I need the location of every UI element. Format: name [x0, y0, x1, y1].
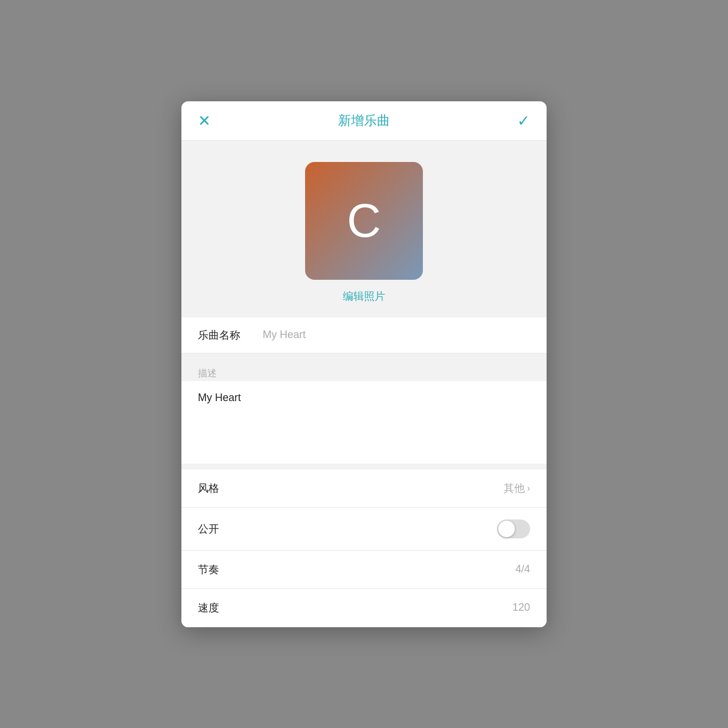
settings-section: 风格 其他 › 公开 节奏 4/4 速度 120: [181, 464, 547, 627]
rhythm-value: 4/4: [515, 563, 530, 575]
speed-label: 速度: [198, 601, 219, 615]
cover-section: C 编辑照片: [181, 141, 547, 317]
description-placeholder: 描述: [181, 359, 547, 381]
name-label: 乐曲名称: [198, 328, 263, 342]
name-section: 乐曲名称 My Heart: [181, 317, 547, 353]
speed-value: 120: [512, 601, 530, 614]
confirm-button[interactable]: ✓: [517, 113, 530, 128]
style-row[interactable]: 风格 其他 ›: [181, 469, 547, 508]
cover-letter: C: [347, 194, 381, 248]
rhythm-label: 节奏: [198, 562, 219, 577]
chevron-right-icon: ›: [527, 483, 530, 494]
toggle-knob: [498, 521, 515, 537]
name-input[interactable]: My Heart: [263, 329, 530, 341]
speed-row[interactable]: 速度 120: [181, 589, 547, 627]
edit-photo-button[interactable]: 编辑照片: [343, 289, 385, 303]
phone-frame: ✕ 新增乐曲 ✓ C 编辑照片 乐曲名称 My Heart 描述 风格 其他 ›: [181, 101, 547, 627]
style-label: 风格: [198, 481, 219, 495]
close-button[interactable]: ✕: [198, 113, 211, 128]
page-title: 新增乐曲: [338, 112, 390, 130]
public-label: 公开: [198, 522, 219, 536]
public-row: 公开: [181, 508, 547, 551]
name-row: 乐曲名称 My Heart: [181, 317, 547, 353]
rhythm-row[interactable]: 节奏 4/4: [181, 551, 547, 589]
style-value: 其他 ›: [504, 481, 530, 495]
header: ✕ 新增乐曲 ✓: [181, 101, 547, 141]
description-section: 描述: [181, 353, 547, 464]
public-toggle[interactable]: [497, 519, 530, 538]
cover-art[interactable]: C: [305, 162, 423, 280]
description-input[interactable]: [181, 381, 547, 464]
